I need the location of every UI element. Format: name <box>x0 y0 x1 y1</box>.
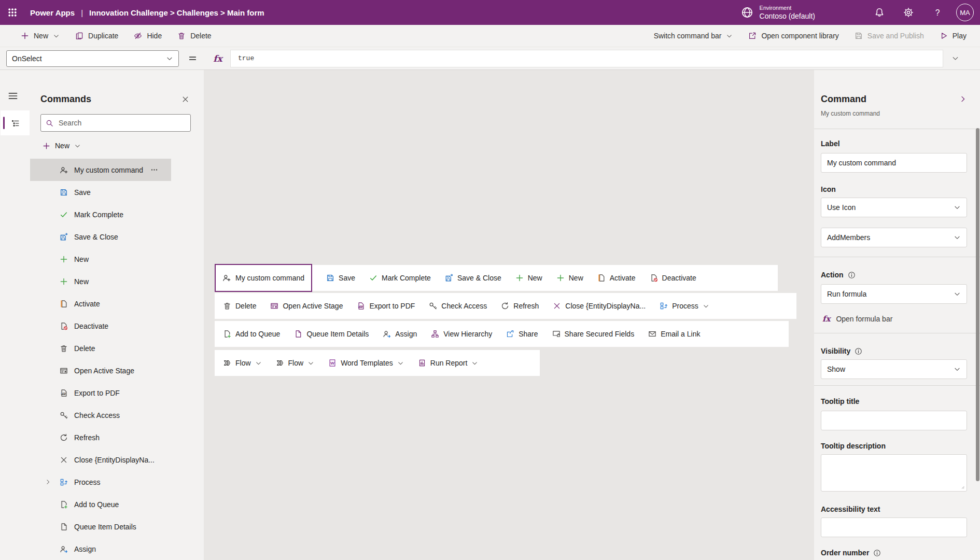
property-selector[interactable]: OnSelect <box>6 50 179 67</box>
tooltip-description-input[interactable] <box>821 455 967 491</box>
search-box[interactable] <box>40 114 191 132</box>
canvas-command-mark-complete[interactable]: Mark Complete <box>369 274 431 282</box>
canvas-command-email-a-link[interactable]: Email a Link <box>648 330 700 338</box>
canvas-command-export-to-pdf[interactable]: PDFExport to PDF <box>357 302 415 310</box>
info-icon[interactable] <box>848 271 856 279</box>
toolbar-button-delete[interactable]: Delete <box>177 32 211 40</box>
canvas-command-label: Process <box>672 302 698 310</box>
command-item-queue-item-details[interactable]: Queue Item Details <box>30 515 171 538</box>
canvas-command-delete[interactable]: Delete <box>223 302 256 310</box>
command-item-new[interactable]: New <box>30 270 171 292</box>
command-item-save-close[interactable]: Save & Close <box>30 226 171 248</box>
canvas-command-label: New <box>569 274 583 282</box>
canvas-command-view-hierarchy[interactable]: View Hierarchy <box>431 330 492 338</box>
canvas-command-share[interactable]: Share <box>506 330 538 338</box>
resize-handle-icon[interactable] <box>958 483 965 489</box>
properties-scrollbar-thumb[interactable] <box>976 128 979 481</box>
refresh-icon <box>60 433 68 442</box>
canvas-command-activate[interactable]: Activate <box>597 274 636 282</box>
openext-icon <box>748 32 757 40</box>
toolbar-button-play[interactable]: Play <box>940 32 967 40</box>
canvas-command-queue-item-details[interactable]: Queue Item Details <box>294 330 369 338</box>
label-input[interactable] <box>821 153 967 173</box>
command-item-delete[interactable]: Delete <box>30 337 171 359</box>
command-item-export-to-pdf[interactable]: PDFExport to PDF <box>30 382 171 404</box>
command-item-activate[interactable]: Activate <box>30 292 171 315</box>
docactivate-icon <box>597 274 606 282</box>
formula-bar-collapse-button[interactable] <box>943 54 967 62</box>
save-icon <box>60 188 68 197</box>
help-button[interactable]: ? <box>923 0 952 25</box>
canvas-command-label: Refresh <box>513 302 539 310</box>
canvas-command-flow[interactable]: Flow <box>276 359 315 367</box>
canvas-command-new[interactable]: New <box>556 274 583 282</box>
docdeactivate-icon <box>60 322 68 330</box>
command-item-process[interactable]: Process <box>30 471 171 493</box>
canvas-command-deactivate[interactable]: Deactivate <box>650 274 696 282</box>
info-icon[interactable] <box>855 347 862 355</box>
command-item-save[interactable]: Save <box>30 181 171 203</box>
canvas-command-add-to-queue[interactable]: Add to Queue <box>223 330 280 338</box>
canvas-command-share-secured-fields[interactable]: Share Secured Fields <box>552 330 635 338</box>
toolbar-button-duplicate[interactable]: Duplicate <box>75 32 118 40</box>
pdf-icon: PDF <box>60 389 68 397</box>
icon-name-dropdown[interactable]: AddMembers <box>821 228 967 247</box>
canvas-command-check-access[interactable]: Check Access <box>429 302 487 310</box>
toolbar-button-switch-command-bar[interactable]: Switch command bar <box>654 32 733 40</box>
command-item-check-access[interactable]: Check Access <box>30 404 171 426</box>
canvas-command-word-templates[interactable]: WWord Templates <box>328 359 404 367</box>
environment-picker[interactable]: Environment Contoso (default) <box>741 4 815 21</box>
canvas-command-process[interactable]: Process <box>660 302 709 310</box>
close-icon[interactable] <box>181 95 189 103</box>
search-input[interactable] <box>58 118 186 128</box>
canvas-command-my-custom-command[interactable]: My custom command <box>215 264 312 292</box>
avatar[interactable]: MA <box>956 4 974 21</box>
command-item-mark-complete[interactable]: Mark Complete <box>30 203 171 226</box>
open-formula-bar-link[interactable]: fx Open formula bar <box>821 314 967 324</box>
canvas-command-save-close[interactable]: Save & Close <box>445 274 501 282</box>
tooltip-title-input[interactable] <box>821 411 967 430</box>
collapse-panel-icon[interactable] <box>959 95 967 103</box>
notifications-button[interactable] <box>865 0 894 25</box>
accessibility-text-input[interactable] <box>821 517 967 537</box>
canvas-command-flow[interactable]: Flow <box>223 359 262 367</box>
command-item-refresh[interactable]: Refresh <box>30 426 171 449</box>
action-field-label: Action <box>821 271 967 279</box>
command-item-close-entitydisplayna[interactable]: Close {EntityDisplayNa... <box>30 449 171 471</box>
toolbar-button-open-component-library[interactable]: Open component library <box>748 32 838 40</box>
chevdown-icon <box>471 360 478 367</box>
action-dropdown[interactable]: Run formula <box>821 284 967 304</box>
command-item-deactivate[interactable]: Deactivate <box>30 315 171 337</box>
command-item-my-custom-command[interactable]: My custom command <box>30 159 171 181</box>
expand-chevron-icon[interactable] <box>45 479 51 485</box>
canvas-command-run-report[interactable]: Run Report <box>418 359 479 367</box>
canvas-command-open-active-stage[interactable]: Open Active Stage <box>270 302 343 310</box>
icon-type-dropdown[interactable]: Use Icon <box>821 198 967 217</box>
breadcrumb[interactable]: Innovation Challenge > Challenges > Main… <box>89 8 264 17</box>
visibility-dropdown[interactable]: Show <box>821 359 967 379</box>
more-options-icon[interactable] <box>150 166 158 174</box>
canvas-command-assign[interactable]: Assign <box>383 330 417 338</box>
canvas-command-save[interactable]: Save <box>326 274 355 282</box>
new-command-label: New <box>55 142 69 150</box>
command-item-assign[interactable]: Assign <box>30 538 171 560</box>
toolbar-button-hide[interactable]: Hide <box>134 32 162 40</box>
settings-button[interactable] <box>894 0 923 25</box>
command-item-add-to-queue[interactable]: Add to Queue <box>30 493 171 515</box>
canvas-command-close-entitydisplayna[interactable]: Close {EntityDisplayNa... <box>553 302 646 310</box>
hamburger-icon[interactable] <box>8 91 18 101</box>
formula-input[interactable]: true <box>230 50 943 67</box>
properties-panel-subtitle: My custom command <box>821 110 967 117</box>
toolbar-button-new[interactable]: New <box>21 32 60 40</box>
app-name[interactable]: Power Apps <box>30 8 75 17</box>
waffle-menu-button[interactable] <box>0 0 25 25</box>
canvas-command-refresh[interactable]: Refresh <box>501 302 539 310</box>
command-item-new[interactable]: New <box>30 248 171 270</box>
canvas-command-label: Run Report <box>430 359 468 367</box>
rail-item-tree-view[interactable] <box>1 110 30 135</box>
new-command-button[interactable]: New <box>40 138 83 153</box>
canvas-command-new[interactable]: New <box>515 274 542 282</box>
info-icon[interactable] <box>873 549 881 557</box>
command-item-open-active-stage[interactable]: Open Active Stage <box>30 359 171 382</box>
toolbar-button-save-and-publish[interactable]: Save and Publish <box>855 32 924 40</box>
